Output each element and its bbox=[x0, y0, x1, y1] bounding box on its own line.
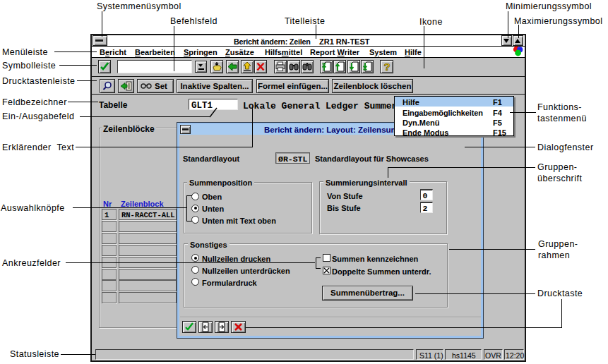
svg-text:?: ? bbox=[383, 61, 390, 73]
